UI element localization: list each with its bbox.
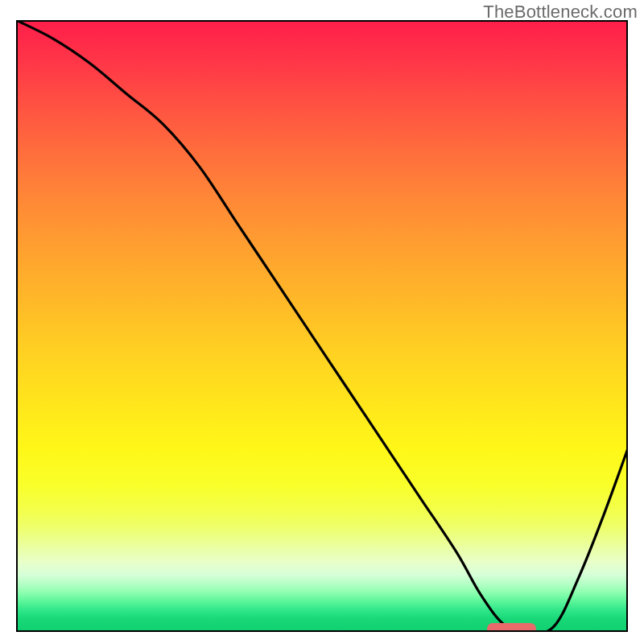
bottleneck-curve <box>16 20 628 632</box>
chart-container: TheBottleneck.com <box>0 0 644 644</box>
plot-area <box>16 20 628 632</box>
optimal-marker <box>487 623 536 632</box>
watermark-text: TheBottleneck.com <box>483 2 638 23</box>
curve-path <box>16 20 628 632</box>
